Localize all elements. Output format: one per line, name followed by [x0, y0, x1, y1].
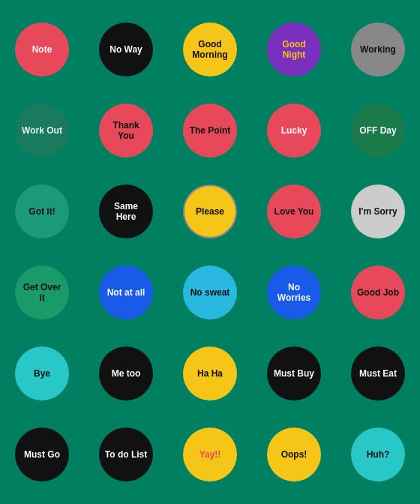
bubble-label-27: Yay!! [200, 449, 221, 460]
bubble-cell-3: Good Night [256, 12, 332, 87]
bubble-25[interactable]: Must Go [15, 428, 69, 482]
bubble-29[interactable]: Huh? [351, 428, 405, 482]
bubble-label-8: Lucky [281, 125, 308, 136]
bubble-cell-24: Must Eat [340, 336, 416, 411]
bubble-label-16: Not at all [107, 287, 146, 298]
bubble-cell-20: Bye [4, 336, 80, 411]
bubble-cell-7: The Point [172, 93, 248, 168]
bubble-label-14: I'm Sorry [358, 206, 398, 217]
bubble-label-11: Same Here [104, 201, 148, 223]
bubble-12[interactable]: Please [183, 184, 237, 238]
bubble-9[interactable]: OFF Day [351, 104, 405, 158]
bubble-0[interactable]: Note [15, 22, 69, 76]
bubble-cell-26: To do List [88, 417, 164, 492]
bubble-21[interactable]: Me too [99, 346, 153, 400]
bubble-cell-14: I'm Sorry [340, 174, 416, 249]
bubble-15[interactable]: Get Over it [15, 266, 69, 320]
bubble-label-12: Please [196, 206, 224, 217]
bubble-2[interactable]: Good Morning [183, 22, 237, 76]
bubble-label-23: Must Buy [274, 368, 314, 379]
bubble-7[interactable]: The Point [183, 104, 237, 158]
bubble-cell-12: Please [172, 174, 248, 249]
bubble-cell-18: No Worries [256, 255, 332, 330]
bubble-cell-9: OFF Day [340, 93, 416, 168]
bubble-label-17: No sweat [190, 287, 230, 298]
bubble-label-15: Get Over it [20, 282, 64, 304]
bubble-label-28: Oops! [281, 449, 308, 460]
bubble-cell-13: Love You [256, 174, 332, 249]
bubble-cell-27: Yay!! [172, 417, 248, 492]
bubble-cell-6: Thank You [88, 93, 164, 168]
bubble-cell-29: Huh? [340, 417, 416, 492]
bubble-cell-28: Oops! [256, 417, 332, 492]
bubble-cell-8: Lucky [256, 93, 332, 168]
bubble-cell-23: Must Buy [256, 336, 332, 411]
bubble-label-2: Good Morning [188, 39, 232, 61]
bubble-label-18: No Worries [272, 282, 316, 304]
bubble-label-3: Good Night [272, 39, 316, 61]
bubble-5[interactable]: Work Out [15, 104, 69, 158]
bubble-label-21: Me too [112, 368, 141, 379]
bubble-label-1: No Way [110, 44, 142, 55]
bubble-19[interactable]: Good Job [351, 266, 405, 320]
bubble-cell-0: Note [4, 12, 80, 87]
bubble-cell-21: Me too [88, 336, 164, 411]
bubble-18[interactable]: No Worries [267, 266, 321, 320]
bubble-label-10: Got it! [28, 206, 55, 217]
bubble-cell-25: Must Go [4, 417, 80, 492]
bubble-14[interactable]: I'm Sorry [351, 184, 405, 238]
bubble-label-4: Working [360, 44, 396, 55]
bubble-cell-16: Not at all [88, 255, 164, 330]
bubble-label-22: Ha Ha [197, 368, 223, 379]
bubble-cell-11: Same Here [88, 174, 164, 249]
bubble-label-5: Work Out [22, 125, 62, 136]
bubble-cell-5: Work Out [4, 93, 80, 168]
bubble-26[interactable]: To do List [99, 428, 153, 482]
emoji-grid: NoteNo WayGood MorningGood NightWorkingW… [0, 4, 420, 500]
bubble-13[interactable]: Love You [267, 184, 321, 238]
bubble-23[interactable]: Must Buy [267, 346, 321, 400]
bubble-17[interactable]: No sweat [183, 266, 237, 320]
bubble-24[interactable]: Must Eat [351, 346, 405, 400]
bubble-label-29: Huh? [367, 449, 390, 460]
bubble-label-7: The Point [190, 125, 231, 136]
bubble-cell-10: Got it! [4, 174, 80, 249]
bubble-27[interactable]: Yay!! [183, 428, 237, 482]
bubble-3[interactable]: Good Night [267, 22, 321, 76]
bubble-4[interactable]: Working [351, 22, 405, 76]
bubble-label-25: Must Go [24, 449, 60, 460]
bubble-1[interactable]: No Way [99, 22, 153, 76]
bubble-cell-19: Good Job [340, 255, 416, 330]
bubble-cell-22: Ha Ha [172, 336, 248, 411]
bubble-cell-2: Good Morning [172, 12, 248, 87]
bubble-label-9: OFF Day [359, 125, 396, 136]
bubble-label-6: Thank You [104, 120, 148, 142]
bubble-label-24: Must Eat [359, 368, 397, 379]
bubble-label-19: Good Job [357, 287, 399, 298]
bubble-cell-17: No sweat [172, 255, 248, 330]
bubble-cell-15: Get Over it [4, 255, 80, 330]
bubble-22[interactable]: Ha Ha [183, 346, 237, 400]
bubble-8[interactable]: Lucky [267, 104, 321, 158]
bubble-label-26: To do List [105, 449, 147, 460]
bubble-28[interactable]: Oops! [267, 428, 321, 482]
bubble-11[interactable]: Same Here [99, 184, 153, 238]
bubble-10[interactable]: Got it! [15, 184, 69, 238]
bubble-cell-4: Working [340, 12, 416, 87]
bubble-20[interactable]: Bye [15, 346, 69, 400]
bubble-label-20: Bye [34, 368, 50, 379]
bubble-cell-1: No Way [88, 12, 164, 87]
bubble-6[interactable]: Thank You [99, 104, 153, 158]
bubble-label-0: Note [32, 44, 52, 55]
bubble-16[interactable]: Not at all [99, 266, 153, 320]
bubble-label-13: Love You [274, 206, 314, 217]
